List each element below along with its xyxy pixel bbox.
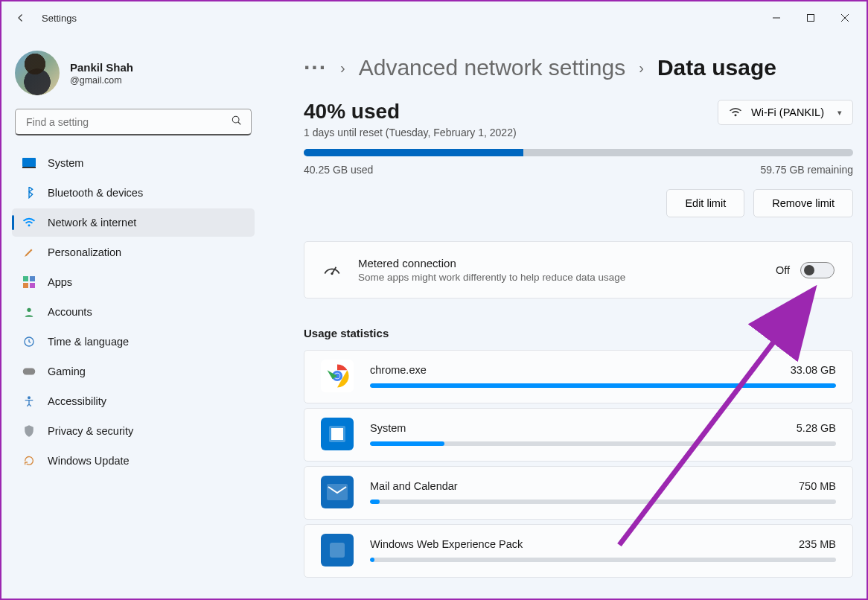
stat-size: 5.28 GB — [797, 422, 836, 434]
profile-block[interactable]: Pankil Shah @gmail.com — [12, 46, 255, 109]
wifi-icon — [22, 216, 36, 229]
profile-name: Pankil Shah — [70, 61, 133, 74]
search-icon — [231, 115, 243, 130]
speedometer-icon — [322, 261, 343, 280]
usage-reset-text: 1 days until reset (Tuesday, February 1,… — [304, 127, 517, 138]
breadcrumb-current: Data usage — [657, 55, 776, 80]
metered-toggle-state: Off — [776, 264, 790, 276]
app-icon — [321, 360, 354, 392]
sidebar-item-label: Windows Update — [48, 455, 130, 467]
wifi-label: Wi-Fi (PANKIL) — [751, 106, 824, 118]
apps-icon — [22, 275, 36, 289]
metered-toggle[interactable] — [800, 262, 835, 278]
stat-name: chrome.exe — [370, 364, 427, 376]
app-icon — [321, 476, 354, 508]
svg-line-5 — [238, 122, 240, 124]
metered-connection-card: Metered connection Some apps might work … — [304, 241, 853, 299]
main-content: ··· › Advanced network settings › Data u… — [262, 34, 867, 599]
svg-rect-25 — [331, 428, 343, 440]
usage-stats-heading: Usage statistics — [304, 327, 853, 339]
svg-rect-27 — [330, 543, 345, 558]
search-input[interactable] — [15, 109, 252, 135]
brush-icon — [22, 246, 36, 259]
sidebar-item-label: Personalization — [48, 246, 121, 258]
stat-size: 235 MB — [799, 538, 836, 550]
profile-email: @gmail.com — [70, 75, 133, 86]
sidebar-item-label: Time & language — [48, 336, 129, 348]
edit-limit-button[interactable]: Edit limit — [666, 189, 744, 217]
sidebar-item-accessibility[interactable]: Accessibility — [12, 387, 255, 415]
system-icon — [22, 156, 36, 170]
avatar — [15, 51, 60, 95]
stat-name: Windows Web Experience Pack — [370, 538, 523, 550]
titlebar: Settings — [1, 1, 867, 34]
sidebar-item-label: Accounts — [48, 306, 92, 318]
stat-item[interactable]: Windows Web Experience Pack235 MB — [304, 524, 853, 578]
svg-rect-6 — [22, 158, 36, 167]
arrow-left-icon — [14, 11, 28, 25]
close-button[interactable] — [828, 6, 862, 30]
sidebar-item-label: Apps — [48, 276, 72, 288]
maximize-button[interactable] — [794, 6, 828, 30]
stat-size: 750 MB — [799, 480, 836, 492]
window-title: Settings — [42, 13, 77, 24]
sidebar-item-gaming[interactable]: Gaming — [12, 357, 255, 386]
sidebar-item-label: Bluetooth & devices — [48, 187, 143, 199]
sidebar-item-windows-update[interactable]: Windows Update — [12, 447, 255, 475]
stat-name: Mail and Calendar — [370, 480, 458, 492]
svg-rect-1 — [808, 15, 814, 22]
svg-rect-11 — [23, 283, 28, 288]
sidebar-item-label: Gaming — [48, 366, 86, 377]
bluetooth-icon — [22, 186, 36, 200]
svg-line-2 — [841, 14, 849, 22]
gamepad-icon — [22, 365, 36, 378]
usage-used-label: 40.25 GB used — [304, 164, 373, 176]
sidebar-item-accounts[interactable]: Accounts — [12, 298, 255, 326]
sidebar-item-label: System — [48, 157, 83, 169]
sidebar-item-personalization[interactable]: Personalization — [12, 238, 255, 267]
stat-item[interactable]: System5.28 GB — [304, 408, 853, 462]
svg-point-8 — [28, 224, 31, 226]
sidebar-item-bluetooth[interactable]: Bluetooth & devices — [12, 179, 255, 207]
wifi-icon — [729, 107, 742, 118]
minimize-button[interactable] — [759, 6, 794, 30]
update-icon — [22, 454, 36, 467]
sidebar-item-privacy[interactable]: Privacy & security — [12, 417, 255, 445]
app-icon — [321, 418, 354, 450]
stat-name: System — [370, 422, 406, 434]
app-icon — [321, 534, 354, 567]
sidebar-item-label: Network & internet — [48, 217, 136, 229]
usage-stats-list: chrome.exe33.08 GBSystem5.28 GBMail and … — [304, 350, 853, 578]
svg-point-13 — [27, 308, 31, 312]
breadcrumb-parent[interactable]: Advanced network settings — [359, 55, 626, 80]
breadcrumb-more[interactable]: ··· — [304, 55, 327, 80]
metered-subtitle: Some apps might work differently to help… — [358, 272, 761, 283]
chevron-down-icon: ▾ — [837, 108, 842, 118]
sidebar-item-time-language[interactable]: Time & language — [12, 328, 255, 356]
svg-rect-7 — [22, 167, 36, 168]
svg-line-3 — [841, 14, 849, 22]
usage-remaining-label: 59.75 GB remaining — [760, 164, 853, 176]
person-icon — [22, 305, 36, 319]
stat-item[interactable]: chrome.exe33.08 GB — [304, 350, 853, 403]
back-button[interactable] — [6, 3, 36, 33]
wifi-selector[interactable]: Wi-Fi (PANKIL) ▾ — [718, 100, 853, 125]
svg-rect-9 — [23, 276, 28, 281]
sidebar-item-network[interactable]: Network & internet — [12, 208, 255, 237]
nav: System Bluetooth & devices Network & int… — [12, 149, 255, 475]
svg-rect-10 — [30, 276, 35, 281]
stat-size: 33.08 GB — [791, 364, 836, 376]
chevron-right-icon: › — [340, 60, 345, 77]
clock-icon — [22, 335, 36, 348]
accessibility-icon — [22, 395, 36, 408]
sidebar-item-label: Privacy & security — [48, 425, 133, 437]
svg-rect-15 — [23, 368, 36, 375]
sidebar-item-label: Accessibility — [48, 395, 106, 407]
breadcrumb: ··· › Advanced network settings › Data u… — [304, 55, 853, 80]
stat-item[interactable]: Mail and Calendar750 MB — [304, 466, 853, 520]
sidebar-item-apps[interactable]: Apps — [12, 268, 255, 296]
remove-limit-button[interactable]: Remove limit — [753, 189, 853, 217]
usage-progress-bar — [304, 149, 853, 156]
chevron-right-icon: › — [639, 60, 644, 77]
sidebar-item-system[interactable]: System — [12, 149, 255, 177]
